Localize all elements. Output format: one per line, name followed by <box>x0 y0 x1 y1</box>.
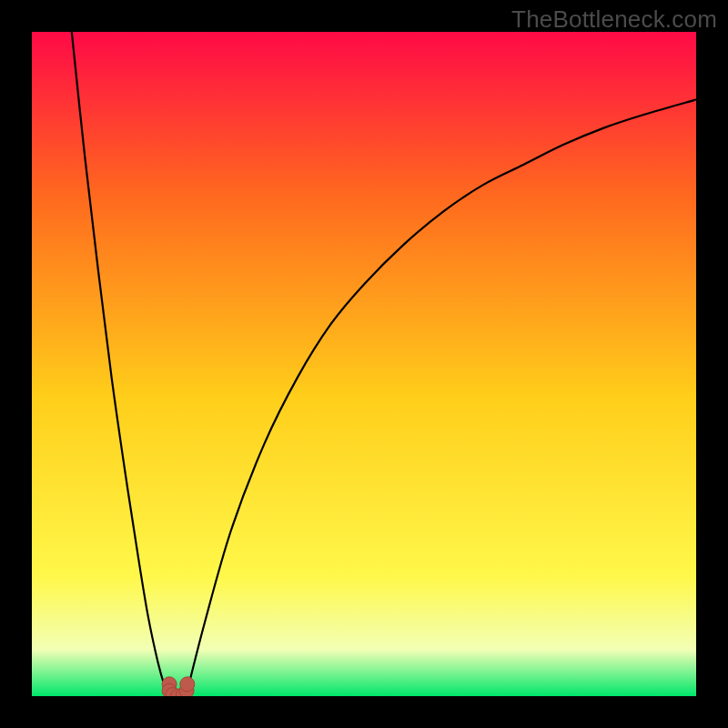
chart-svg <box>32 32 696 696</box>
plot-area <box>32 32 696 696</box>
watermark-text: TheBottleneck.com <box>511 5 717 34</box>
chart-frame: TheBottleneck.com <box>0 0 728 728</box>
minimum-marker <box>180 677 195 692</box>
